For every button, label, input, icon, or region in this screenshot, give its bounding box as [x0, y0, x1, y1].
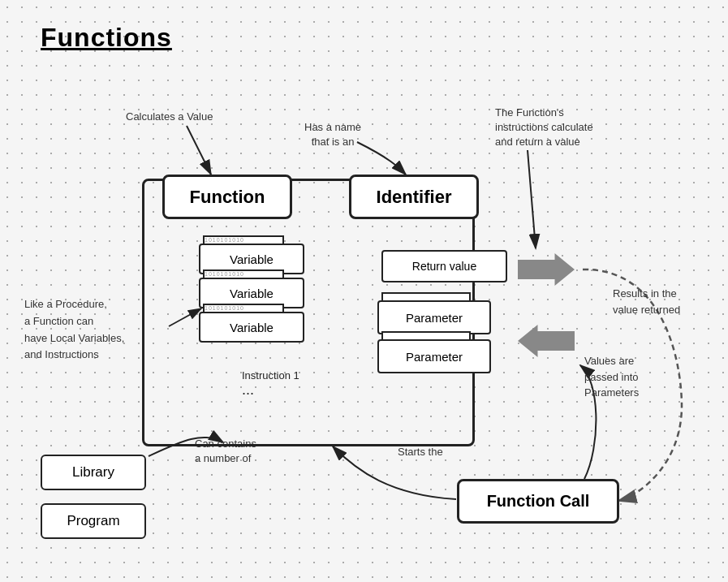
function-call-label: Function Call [487, 492, 590, 511]
dots-label: ... [242, 382, 254, 399]
program-node: Program [41, 503, 146, 539]
identifier-node: Identifier [349, 175, 479, 219]
annotation-calculates: Calculates a Value [126, 110, 213, 124]
library-node: Library [41, 455, 146, 490]
program-label: Program [67, 513, 119, 529]
return-value-label: Return value [412, 260, 476, 273]
function-node: Function [162, 175, 292, 219]
function-label: Function [190, 187, 265, 208]
annotation-like-procedure: Like a Procedure,a Function canhave Loca… [24, 296, 124, 364]
return-value-node: Return value [381, 250, 507, 282]
variable-box-3: Variable [199, 312, 304, 343]
parameter-stack: 1010101010 Parameter 1010101010 Paramete… [377, 300, 491, 377]
annotation-starts-the: Starts the [398, 445, 443, 459]
parameter-arrow [518, 325, 575, 357]
return-value-arrow [518, 253, 575, 286]
annotation-values-passed: Values arepassed intoParameters [584, 353, 639, 401]
annotation-instructions-calculate: The Function'sinstructions calculateand … [495, 106, 593, 150]
identifier-label: Identifier [377, 187, 452, 208]
library-label: Library [72, 464, 114, 481]
parameter-box-2: Parameter [377, 339, 491, 373]
function-call-node: Function Call [457, 479, 619, 524]
instruction-label: Instruction 1 [242, 369, 299, 382]
annotation-results-in: Results in thevalue returned [613, 286, 680, 317]
parameter-box-1: Parameter [377, 300, 491, 334]
annotation-has-name: Has a namethat is an [304, 120, 361, 149]
variable-stack: 1010101010 Variable 1010101010 Variable … [199, 244, 304, 346]
page-title: Functions [41, 23, 172, 53]
